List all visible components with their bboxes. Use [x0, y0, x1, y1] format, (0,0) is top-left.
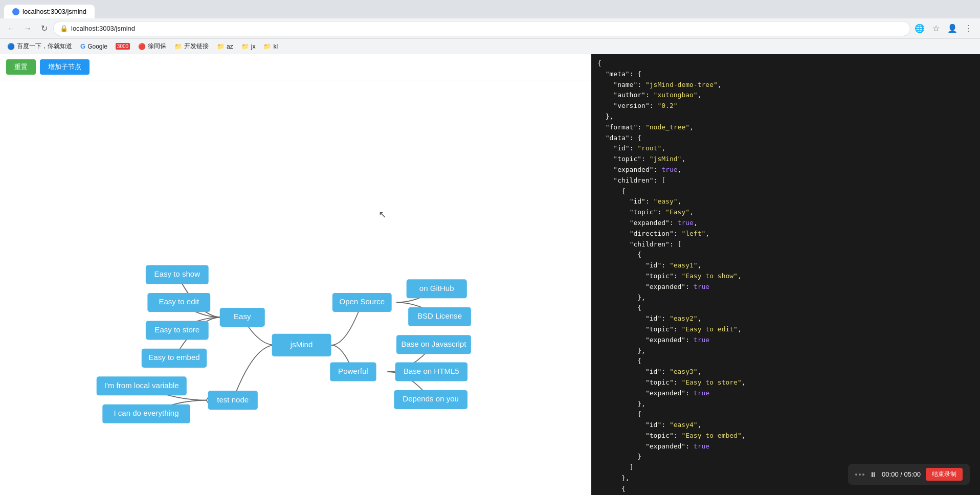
address-bar[interactable]: 🔒 localhost:3003/jsmind [53, 21, 910, 36]
json-line-7: "format": "node_tree", [597, 122, 974, 133]
devlinks-icon: 📁 [174, 43, 182, 50]
json-line-3: "name": "jsMind-demo-tree", [597, 80, 974, 91]
json-line-41: { [597, 484, 974, 494]
json-line-2: "meta": { [597, 69, 974, 80]
json-line-14: "id": "easy", [597, 196, 974, 207]
bookmark-3000[interactable]: 3000 [113, 42, 133, 51]
stop-recording-button[interactable]: 结束录制 [926, 468, 963, 481]
json-line-9: "id": "root", [597, 143, 974, 154]
node-test-label: test node [217, 395, 249, 404]
node-local-label: I'm from local variable [104, 381, 179, 390]
profile-button[interactable]: 👤 [945, 21, 960, 36]
nav-actions: 🌐 ☆ 👤 ⋮ [912, 21, 976, 36]
forward-button[interactable]: → [20, 21, 35, 36]
node-root-label: jsMind [290, 340, 313, 349]
reload-button[interactable]: ↻ [37, 21, 51, 36]
mindmap-svg: jsMind Easy Easy to show Easy to edit Ea… [0, 80, 591, 495]
tab-favicon [12, 8, 19, 15]
jx-icon: 📁 [241, 43, 249, 50]
json-line-10: "topic": "jsMind", [597, 154, 974, 165]
bookmark-xutongbao[interactable]: 🔴 徐同保 [135, 41, 169, 52]
az-icon: 📁 [217, 43, 225, 50]
reset-button[interactable]: 重置 [6, 59, 36, 75]
json-line-22: "expanded": true [597, 282, 974, 292]
bookmark-google-label: Google [87, 43, 107, 50]
bookmark-devlinks[interactable]: 📁 开发链接 [171, 41, 212, 52]
content-area: 重置 增加子节点 [0, 54, 980, 495]
translate-button[interactable]: 🌐 [912, 21, 927, 36]
baidu-icon: 🔵 [7, 43, 15, 50]
json-line-36: "topic": "Easy to embed", [597, 431, 974, 441]
json-panel[interactable]: { "meta": { "name": "jsMind-demo-tree", … [591, 54, 980, 495]
json-line-24: { [597, 303, 974, 313]
node-html5-label: Base on HTML5 [404, 367, 459, 375]
node-easy-store-label: Easy to store [154, 325, 199, 334]
bookmark-button[interactable]: ☆ [929, 21, 943, 36]
bookmark-jx[interactable]: 📁 jx [238, 42, 259, 51]
nav-bar: ← → ↻ 🔒 localhost:3003/jsmind 🌐 ☆ 👤 ⋮ [0, 18, 980, 39]
pause-icon[interactable]: ⏸ [870, 470, 877, 479]
json-line-15: "topic": "Easy", [597, 207, 974, 218]
add-node-button[interactable]: 增加子节点 [40, 59, 90, 75]
json-line-12: "children": [ [597, 175, 974, 186]
node-easy-edit-label: Easy to edit [159, 297, 199, 306]
rec-dot-3 [862, 474, 864, 476]
node-bsd-label: BSD License [417, 311, 462, 320]
json-line-37: "expanded": true [597, 441, 974, 452]
json-line-6: }, [597, 111, 974, 122]
json-line-18: "children": [ [597, 239, 974, 250]
page-container: 重置 增加子节点 [0, 54, 591, 495]
json-line-32: "expanded": true [597, 388, 974, 399]
node-js-label: Base on Javascript [401, 340, 466, 348]
json-line-17: "direction": "left", [597, 229, 974, 239]
lock-icon: 🔒 [60, 25, 68, 32]
json-line-23: }, [597, 292, 974, 303]
back-button[interactable]: ← [4, 21, 18, 36]
json-line-30: "id": "easy3", [597, 367, 974, 377]
bookmark-az-label: az [227, 43, 233, 50]
bookmarks-bar: 🔵 百度一下，你就知道 G Google 3000 🔴 徐同保 📁 开发链接 📁… [0, 39, 980, 54]
rec-dot-2 [859, 474, 861, 476]
node-doall-label: I can do everything [114, 409, 179, 417]
json-line-20: "id": "easy1", [597, 260, 974, 271]
json-line-21: "topic": "Easy to show", [597, 271, 974, 282]
tab-bar: localhost:3003/jsmind [0, 0, 980, 18]
rec-dot-1 [855, 474, 857, 476]
bookmark-jx-label: jx [251, 43, 256, 50]
bookmark-kl-label: kl [273, 43, 278, 50]
json-line-38: } [597, 452, 974, 462]
recording-widget: ⏸ 00:00 / 05:00 结束录制 [848, 464, 970, 485]
json-line-26: "topic": "Easy to edit", [597, 324, 974, 335]
node-depends-label: Depends on you [403, 394, 459, 403]
node-easy-show-label: Easy to show [154, 269, 201, 278]
node-github-label: on GitHub [419, 284, 454, 292]
cursor: ↖ [378, 209, 387, 220]
json-line-35: "id": "easy4", [597, 420, 974, 431]
node-open-label: Open Source [339, 297, 385, 306]
bookmark-kl[interactable]: 📁 kl [260, 42, 281, 51]
xutongbao-icon: 🔴 [138, 43, 146, 50]
json-line-34: { [597, 409, 974, 420]
json-line-33: }, [597, 399, 974, 410]
menu-button[interactable]: ⋮ [962, 21, 976, 36]
toolbar: 重置 增加子节点 [0, 54, 591, 80]
json-line-11: "expanded": true, [597, 165, 974, 175]
bookmark-xutongbao-label: 徐同保 [148, 42, 166, 51]
json-line-19: { [597, 250, 974, 260]
bookmark-baidu-label: 百度一下，你就知道 [17, 42, 72, 51]
json-line-4: "author": "xutongbao", [597, 90, 974, 101]
json-line-5: "version": "0.2" [597, 101, 974, 111]
mindmap-area[interactable]: jsMind Easy Easy to show Easy to edit Ea… [0, 80, 591, 495]
bookmark-google[interactable]: G Google [77, 41, 110, 51]
node-powerful-label: Powerful [338, 367, 368, 375]
bookmark-devlinks-label: 开发链接 [184, 42, 209, 51]
node-easy-embed-label: Easy to embed [148, 353, 199, 362]
google-icon: G [80, 42, 85, 50]
recording-time: 00:00 / 05:00 [882, 470, 921, 478]
tab-title: localhost:3003/jsmind [23, 8, 86, 15]
bookmark-baidu[interactable]: 🔵 百度一下，你就知道 [4, 41, 75, 52]
address-text: localhost:3003/jsmind [71, 25, 135, 32]
json-line-27: "expanded": true [597, 335, 974, 346]
active-tab[interactable]: localhost:3003/jsmind [4, 5, 95, 18]
bookmark-az[interactable]: 📁 az [214, 42, 236, 51]
